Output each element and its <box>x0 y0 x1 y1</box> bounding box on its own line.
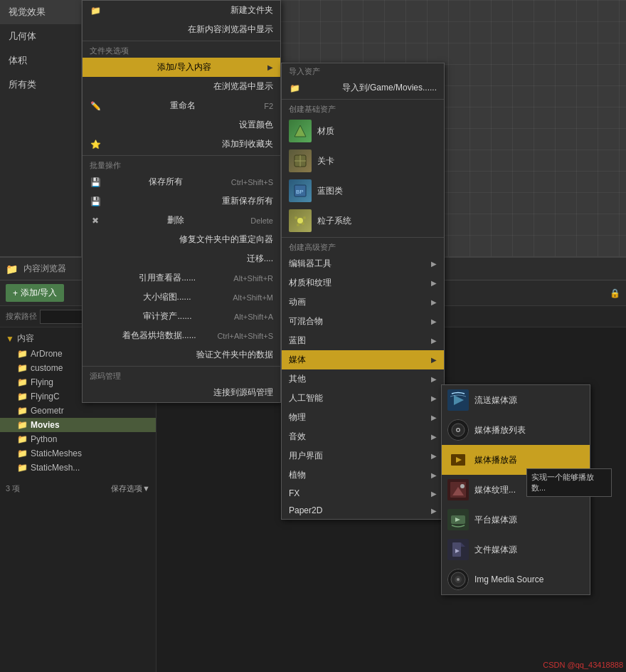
adv-label: 植物 <box>289 469 306 481</box>
tree-item-label: FlyingC <box>31 392 60 401</box>
tree-item-python[interactable]: 📁 Python <box>0 432 156 446</box>
ctx-connect-source[interactable]: 连接到源码管理 <box>83 383 280 402</box>
asset-material[interactable]: 材质 <box>282 116 444 146</box>
ctx-fix-redirectors[interactable]: 修复文件夹中的重定向器 <box>83 230 280 249</box>
arrow-icon: ▶ <box>431 490 437 498</box>
adv-label: 其他 <box>289 373 306 385</box>
ctx-adv-physics[interactable]: 物理 ▶ <box>282 408 444 427</box>
ctx-add-import[interactable]: 添加/导入内容 ▶ <box>83 58 280 77</box>
ctx-add-favorites[interactable]: ⭐ 添加到收藏夹 <box>83 135 280 154</box>
media-item-label: 流送媒体源 <box>474 394 517 406</box>
particle-icon <box>289 209 312 232</box>
ctx-adv-blendable[interactable]: 可混合物 ▶ <box>282 312 444 331</box>
ctx-shader-bake[interactable]: 着色器烘培数据...... Ctrl+Alt+Shift+S <box>83 326 280 345</box>
ctx-item-label: 设置颜色 <box>239 119 273 131</box>
ctx-adv-foliage[interactable]: 植物 ▶ <box>282 466 444 485</box>
folder-icon-4: 📁 <box>17 377 28 387</box>
ctx-new-folder[interactable]: 📁 新建文件夹 <box>83 1 280 20</box>
ctx-set-color[interactable]: 设置颜色 <box>83 115 280 135</box>
ctx-adv-materials[interactable]: 材质和纹理 ▶ <box>282 273 444 293</box>
tree-item-label: StaticMeshes <box>31 448 82 458</box>
tree-item-label: Geometr <box>31 406 64 416</box>
asset-particle[interactable]: 粒子系统 <box>282 206 444 236</box>
add-icon: + <box>13 288 18 298</box>
sidebar-item-volume[interactable]: 体积 <box>0 48 81 73</box>
asset-blueprint[interactable]: BP 蓝图类 <box>282 176 444 206</box>
img-source-icon <box>447 569 469 590</box>
ctx-adv-editor-tools[interactable]: 编辑器工具 ▶ <box>282 254 444 273</box>
arrow-icon: ▶ <box>431 279 437 287</box>
svg-point-34 <box>457 578 460 581</box>
adv-label: 蓝图 <box>289 335 306 347</box>
arrow-icon: ▶ <box>431 337 437 345</box>
folder-icon-5: 📁 <box>17 392 28 401</box>
sidebar-item-visual-effects[interactable]: 视觉效果 <box>0 0 81 24</box>
arrow-icon: ▶ <box>431 433 437 441</box>
arrow-icon: ▶ <box>431 356 437 364</box>
shader-shortcut: Ctrl+Alt+Shift+S <box>217 332 273 340</box>
delete-icon: ✖ <box>90 216 101 226</box>
ctx-rename[interactable]: ✏️ 重命名 F2 <box>83 96 280 115</box>
ctx-validate[interactable]: 验证文件夹中的数据 <box>83 345 280 364</box>
svg-point-8 <box>303 216 306 219</box>
tree-item-geometry[interactable]: 📁 Geometr <box>0 404 156 418</box>
rename-icon: ✏️ <box>90 101 101 111</box>
ctx-adv-paper2d[interactable]: Paper2D ▶ <box>282 502 444 519</box>
ctx-audit[interactable]: 审计资产...... Alt+Shift+A <box>83 307 280 326</box>
ctx-show-in-browser[interactable]: 在新内容浏览器中显示 <box>83 20 280 39</box>
ctx-item-label: 导入到/Game/Movies...... <box>342 82 437 94</box>
media-item-file-source[interactable]: 文件媒体源 <box>442 535 590 565</box>
left-sidebar: 视觉效果 几何体 体积 所有类 <box>0 0 82 256</box>
blueprint-label: 蓝图类 <box>317 185 343 197</box>
ctx-section-bulk: 批量操作 <box>83 157 280 172</box>
ctx-adv-blueprint[interactable]: 蓝图 ▶ <box>282 331 444 350</box>
arrow-icon: ▶ <box>431 394 437 402</box>
ctx-adv-ai[interactable]: 人工智能 ▶ <box>282 389 444 408</box>
ctx-delete[interactable]: ✖ 删除 Delete <box>83 211 280 230</box>
svg-point-23 <box>460 484 465 488</box>
ctx-adv-other[interactable]: 其他 ▶ <box>282 369 444 389</box>
player-icon <box>447 449 469 471</box>
folder-icon-8: 📁 <box>17 434 28 444</box>
separator-2 <box>83 155 280 156</box>
tree-item-label: custome <box>31 363 63 373</box>
add-import-button[interactable]: + 添加/导入 <box>6 284 64 302</box>
tree-item-movies[interactable]: 📁 Movies <box>0 418 156 432</box>
watermark-text: CSDN @qq_43418888 <box>543 661 623 669</box>
tree-item-staticmeshes[interactable]: 📁 StaticMeshes <box>0 446 156 461</box>
tree-item-label: ArDrone <box>31 349 63 359</box>
watermark: CSDN @qq_43418888 <box>543 661 623 669</box>
ctx-section-folder: 文件夹选项 <box>83 43 280 58</box>
save-options[interactable]: 保存选项▼ <box>111 483 150 494</box>
ctx-show-in-explorer[interactable]: 在浏览器中显示 <box>83 77 280 96</box>
ctx-adv-ui[interactable]: 用户界面 ▶ <box>282 446 444 466</box>
media-item-stream-source[interactable]: 流送媒体源 <box>442 385 590 415</box>
media-item-label: 平台媒体源 <box>474 514 517 526</box>
arrow-icon: ▶ <box>431 298 437 306</box>
save-all-shortcut: Ctrl+Shift+S <box>231 178 273 187</box>
ctx-migrate[interactable]: 迁移.... <box>83 249 280 268</box>
sidebar-item-geometry[interactable]: 几何体 <box>0 24 81 48</box>
svg-point-10 <box>302 222 304 225</box>
arrow-icon: ▶ <box>431 471 437 479</box>
media-item-platform-source[interactable]: 平台媒体源 <box>442 505 590 535</box>
tree-item-label: Movies <box>31 420 60 430</box>
ctx-import-to-game[interactable]: 📁 导入到/Game/Movies...... <box>282 78 444 98</box>
ctx-adv-media[interactable]: 媒体 ▶ <box>282 350 444 369</box>
tree-item-staticmesh2[interactable]: 📁 StaticMesh... <box>0 461 156 475</box>
adv-label: 音效 <box>289 431 306 443</box>
ctx-resave-all[interactable]: 💾 重新保存所有 <box>83 191 280 211</box>
ctx-item-label: 新建文件夹 <box>230 4 273 16</box>
asset-level[interactable]: 关卡 <box>282 146 444 176</box>
playlist-icon <box>447 419 469 441</box>
media-item-playlist[interactable]: 媒体播放列表 <box>442 415 590 445</box>
ctx-adv-sound[interactable]: 音效 ▶ <box>282 427 444 446</box>
ctx-adv-fx[interactable]: FX ▶ <box>282 485 444 502</box>
media-item-img-source[interactable]: Img Media Source <box>442 565 590 594</box>
ctx-ref-viewer[interactable]: 引用查看器...... Alt+Shift+R <box>83 268 280 288</box>
ctx-save-all[interactable]: 💾 保存所有 Ctrl+Shift+S <box>83 172 280 191</box>
ctx-item-label: 在浏览器中显示 <box>213 80 273 93</box>
sidebar-item-all-classes[interactable]: 所有类 <box>0 73 81 97</box>
ctx-adv-animation[interactable]: 动画 ▶ <box>282 293 444 312</box>
ctx-size-map[interactable]: 大小缩图...... Alt+Shift+M <box>83 288 280 307</box>
